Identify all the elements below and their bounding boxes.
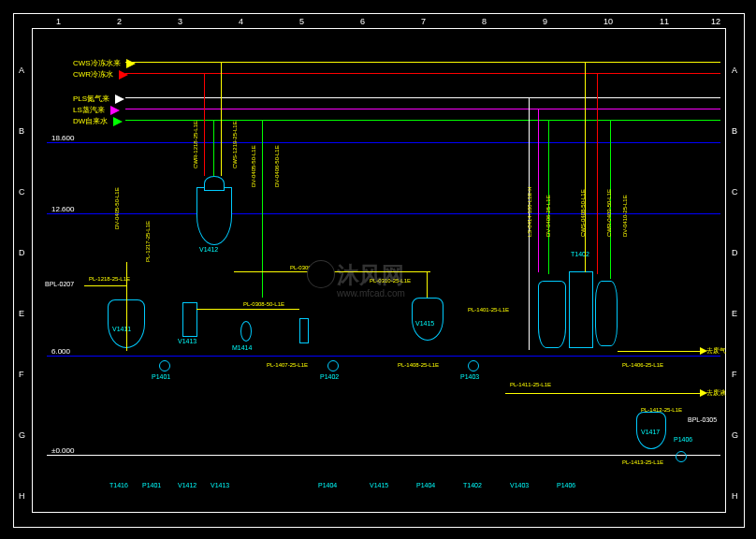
pl-p6: DV-0406-50-L1E [274,145,280,187]
pl-p3: CWR-1218-25-L1E [193,121,198,168]
pl-p17: LS-0414-100-L1E-H [527,186,532,237]
tower-left [538,281,566,348]
row-a-r: A [732,66,737,75]
cws-header-line [125,62,720,63]
pl-p9: PL-0310-25-L1E [370,278,411,284]
cwr-drop2 [597,73,598,274]
col-12: 12 [711,17,720,26]
row-b-r: B [732,126,737,136]
arrow-icon [115,95,124,104]
col-3: 3 [178,17,182,26]
arrow-icon [110,106,120,115]
pl-p8: PL-0308-50-L1E [243,301,284,307]
legend-ls: LS蒸汽来 [73,105,120,115]
watermark-logo-icon [307,260,335,288]
tank-v1415 [412,298,443,341]
col-9: 9 [543,17,547,26]
row-h-r: H [732,491,738,501]
pl-p19: CWS-0408-50-L1E [580,189,586,237]
col-2: 2 [117,17,122,26]
elev-4: ±0.000 [51,446,74,455]
row-b: B [19,126,24,136]
pl-p21: DV-0410-25-L1E [622,195,628,237]
reactor-v1412 [196,187,232,245]
dw-drop [213,120,214,176]
row-e-r: E [732,309,737,318]
cwr-header-line [125,73,720,74]
small-column [299,318,309,343]
bt-5: P1404 [318,482,337,488]
row-c: C [19,187,25,197]
legend-ls-text: LS蒸汽来 [73,105,105,115]
pls-header-line [125,97,720,98]
pump-p1406 [676,451,687,462]
legend-pls: PLS氮气来 [73,94,124,104]
elev-6000-line [47,356,720,357]
legend-cwr: CWR冷冻水 [73,69,128,80]
pump-p1403 [468,360,479,371]
pl-p18: DV-0406-25-L1E [545,195,551,237]
pl-p4: CWS-1219-25-L1E [232,121,238,168]
output-1: 去废气 [706,346,726,356]
bt-3: V1413 [211,482,229,488]
cwr-drop [204,73,205,176]
legend-dw: DW自来水 [73,116,123,126]
watermark-url: www.mfcad.com [337,288,405,299]
col-11: 11 [660,17,669,26]
bt-2: V1412 [178,482,196,488]
col-7: 7 [421,17,426,26]
row-h: H [19,491,25,501]
pipe-308 [196,309,299,310]
tag-t1402: T1402 [571,251,589,257]
pl-p14: PL-1401-25-L1E [468,307,509,313]
tag-v1417: V1417 [641,429,660,435]
tag-v1413: V1413 [178,338,196,344]
pl-p12: PL-1412-25-L1E [641,407,682,413]
tower-right [595,281,618,346]
col-4: 4 [239,17,243,26]
bt-6: V1415 [370,482,388,488]
pl-p5: DV-0405-50-L1E [251,145,256,187]
pl-p20: CWR-0409-50-L1E [606,189,612,237]
bt-8: T1402 [463,482,482,488]
bt-10: P1406 [557,482,575,488]
legend-pls-text: PLS氮气来 [73,94,109,104]
output-2: 去废液 [706,388,726,398]
tag-v1412: V1412 [199,246,218,253]
reactor-head [204,176,225,191]
bpl-right: BPL-0305 [688,416,717,423]
elev-2: 12.600 [51,205,74,213]
pump-p1401 [159,360,170,371]
col-1: 1 [56,17,61,26]
row-f-r: F [732,370,737,379]
pl-p16: PL-1411-25-L1E [510,382,551,387]
out1-line [618,351,702,352]
tag-v1415: V1415 [415,320,434,327]
tag-p1403: P1403 [460,373,479,380]
pl-p2: PL-1217-25-L1E [145,221,151,262]
bpl-left: BPL-0207 [45,281,74,287]
legend-cws-text: CWS冷冻水来 [73,58,121,68]
elev-18600-line [47,142,720,143]
out2-line [505,393,702,394]
mixer-m1414 [240,321,252,342]
cws-drop2 [585,62,586,272]
row-d-r: D [732,248,738,257]
drawing-canvas[interactable]: /*labels done below via binding*/ 1 2 3 … [0,0,756,539]
elev-3: 6.000 [51,347,70,356]
column-v1413 [182,302,197,337]
row-c-r: C [732,187,738,197]
cws-drop [221,62,222,176]
row-g-r: G [732,430,738,440]
elev-0-line [47,455,720,456]
dw-header-line [125,120,720,121]
row-g: G [19,430,25,440]
pipe-310 [402,271,430,272]
pl-p1: PL-1218-25-L1E [89,276,130,282]
row-e: E [19,309,24,318]
pipe-to-v1415 [427,271,428,298]
tag-v1411: V1411 [112,326,131,332]
tower-mid [569,271,593,348]
bt-0: T1416 [109,482,128,488]
pl-p13: PL-1413-25-L1E [622,459,663,465]
